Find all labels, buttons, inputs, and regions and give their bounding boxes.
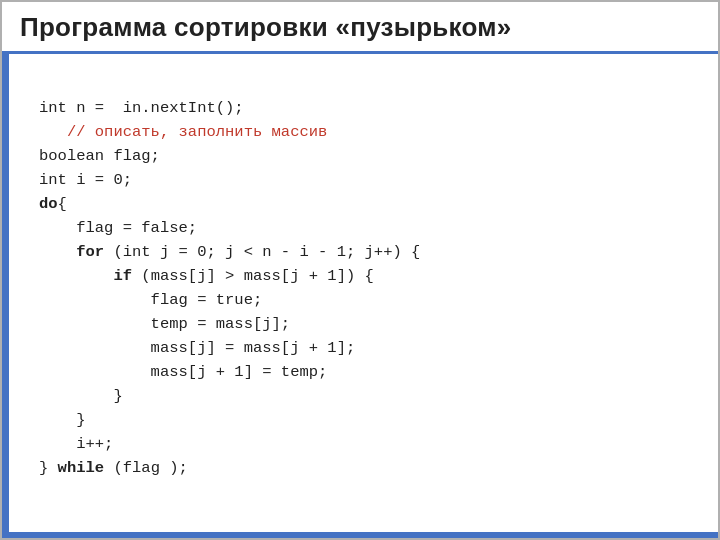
code-line-3: boolean flag; [39, 147, 160, 165]
kw-while: while [58, 459, 105, 477]
left-accent-bar [2, 54, 9, 538]
slide: Программа сортировки «пузырьком» int n =… [0, 0, 720, 540]
slide-title: Программа сортировки «пузырьком» [2, 2, 718, 54]
code-line-12: mass[j + 1] = temp; [39, 363, 327, 381]
code-line-7: for (int j = 0; j < n - i - 1; j++) { [39, 243, 420, 261]
code-line-10: temp = mass[j]; [39, 315, 290, 333]
content-wrapper: int n = in.nextInt(); // описать, заполн… [2, 54, 718, 538]
code-block: int n = in.nextInt(); // описать, заполн… [39, 72, 688, 504]
bottom-accent-bar [2, 532, 718, 538]
comment-line: // описать, заполнить массив [67, 123, 327, 141]
code-line-6: flag = false; [39, 219, 197, 237]
code-line-15: i++; [39, 435, 113, 453]
kw-do: do [39, 195, 58, 213]
code-line-13: } [39, 387, 123, 405]
code-line-2: // описать, заполнить массив [39, 123, 327, 141]
code-line-1: int n = in.nextInt(); [39, 99, 244, 117]
code-line-11: mass[j] = mass[j + 1]; [39, 339, 355, 357]
code-line-4: int i = 0; [39, 171, 132, 189]
kw-if: if [113, 267, 132, 285]
kw-for: for [76, 243, 104, 261]
code-line-8: if (mass[j] > mass[j + 1]) { [39, 267, 374, 285]
code-line-14: } [39, 411, 86, 429]
slide-content: int n = in.nextInt(); // описать, заполн… [9, 54, 718, 538]
code-line-5: do{ [39, 195, 67, 213]
code-line-16: } while (flag ); [39, 459, 188, 477]
code-line-9: flag = true; [39, 291, 262, 309]
